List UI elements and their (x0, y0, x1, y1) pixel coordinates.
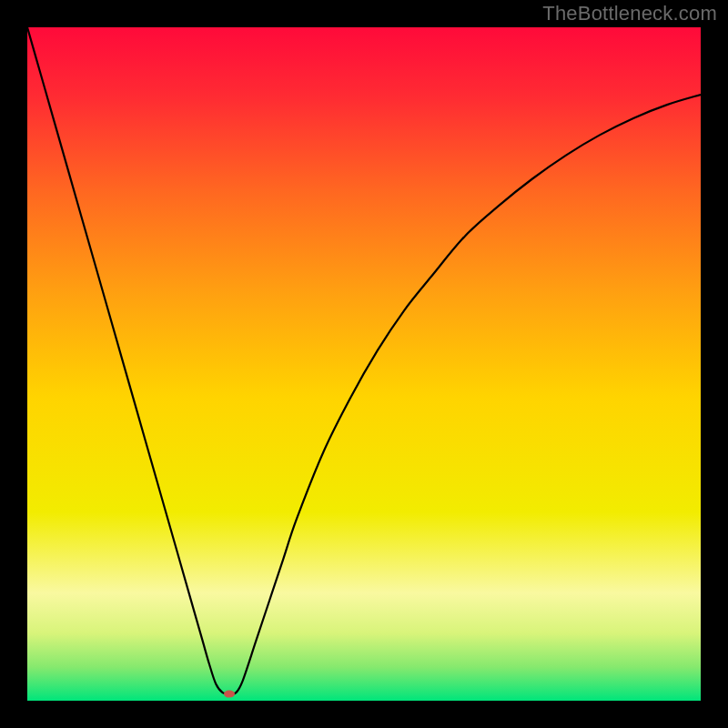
watermark-text: TheBottleneck.com (542, 2, 717, 25)
minimum-marker (224, 691, 235, 698)
gradient-background (27, 27, 701, 701)
chart-frame: TheBottleneck.com (0, 0, 728, 728)
plot-area (27, 27, 701, 701)
chart-svg (27, 27, 701, 701)
